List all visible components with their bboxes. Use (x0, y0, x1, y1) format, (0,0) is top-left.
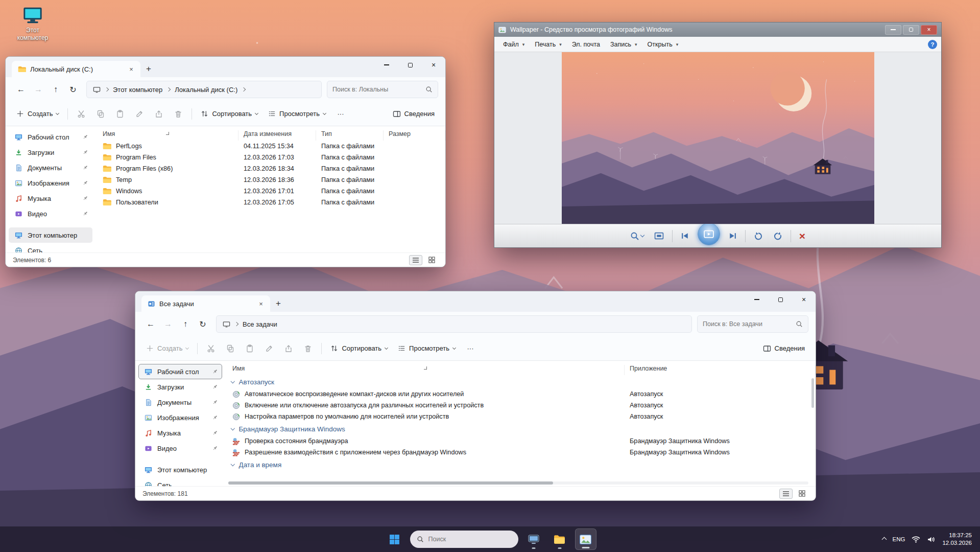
taskbar-app-computer[interactable] (523, 528, 544, 550)
network-icon[interactable] (912, 536, 920, 543)
copy-button[interactable] (221, 340, 240, 357)
sidebar-item-documents[interactable]: Документы (9, 160, 92, 175)
details-pane-button[interactable]: Сведения (388, 105, 439, 123)
paste-button[interactable] (111, 105, 129, 123)
task-row[interactable]: Автоматическое воспроизведение компакт-д… (227, 388, 816, 400)
sidebar-item-music[interactable]: Музыка (9, 191, 92, 206)
breadcrumb-this-pc[interactable]: Этот компьютер (113, 86, 162, 94)
sort-button[interactable]: Сортировать (326, 340, 392, 357)
next-button[interactable] (726, 228, 739, 244)
file-row[interactable]: Пользователи 12.03.2026 17:05 Папка с фа… (98, 197, 445, 208)
view-button[interactable]: Просмотреть (264, 105, 330, 123)
delete-button[interactable] (299, 340, 317, 357)
maximize-button[interactable] (769, 291, 792, 308)
volume-icon[interactable] (927, 536, 936, 543)
column-header-app[interactable]: Приложение (625, 365, 816, 375)
tray-language[interactable]: ENG (893, 536, 905, 542)
delete-button[interactable]: × (797, 228, 807, 244)
desktop-icon-this-pc[interactable]: Этот компьютер (11, 6, 54, 42)
refresh-button[interactable]: ↻ (65, 81, 81, 98)
close-button[interactable]: × (921, 25, 937, 35)
back-button[interactable]: ← (142, 316, 159, 332)
new-tab-button[interactable]: + (140, 61, 157, 77)
breadcrumb-local-disk[interactable]: Локальный диск (C:) (175, 86, 237, 94)
photo-viewer-title-bar[interactable]: Wallpaper - Средство просмотра фотографи… (494, 22, 941, 37)
forward-button[interactable]: → (30, 81, 46, 98)
refresh-button[interactable]: ↻ (195, 316, 211, 332)
taskbar-search[interactable] (410, 531, 518, 548)
minimize-button[interactable] (375, 57, 398, 73)
sidebar-item-this-pc[interactable]: Этот компьютер (9, 227, 92, 243)
taskbar-app-explorer[interactable] (549, 528, 570, 550)
thumbnail-view-button[interactable] (795, 489, 808, 499)
task-row[interactable]: Проверка состояния брандмауэра Брандмауэ… (227, 435, 816, 447)
sidebar-item-documents[interactable]: Документы (138, 395, 222, 410)
sidebar-item-pictures[interactable]: Изображения (9, 175, 92, 191)
up-button[interactable]: ↑ (47, 81, 64, 98)
minimize-button[interactable] (745, 291, 769, 308)
start-button[interactable] (384, 528, 405, 550)
cut-button[interactable] (72, 105, 90, 123)
search-box[interactable] (327, 81, 438, 98)
tab-local-disk-c[interactable]: Локальный диск (C:) × (12, 61, 140, 77)
tab-close-icon[interactable]: × (126, 64, 136, 74)
taskbar-app-photo-viewer[interactable] (575, 528, 596, 550)
sidebar-item-desktop[interactable]: Рабочий стол (138, 364, 222, 379)
slideshow-play-button[interactable] (698, 223, 720, 245)
sidebar-item-videos[interactable]: Видео (138, 441, 222, 456)
search-box[interactable] (697, 315, 808, 333)
close-button[interactable]: × (422, 57, 445, 73)
sidebar-item-downloads[interactable]: Загрузки (9, 145, 92, 160)
sidebar-item-downloads[interactable]: Загрузки (138, 379, 222, 395)
tab-close-icon[interactable]: × (256, 298, 266, 309)
tray-clock[interactable]: 18:37:25 12.03.2026 (942, 532, 972, 547)
file-row[interactable]: Program Files (x86) 12.03.2026 18:34 Пап… (98, 163, 445, 174)
horizontal-scrollbar[interactable] (228, 481, 808, 485)
menu-file[interactable]: Файл▾ (498, 38, 529, 51)
details-view-button[interactable] (409, 255, 422, 265)
more-button[interactable]: ··· (461, 340, 480, 357)
sidebar-item-network[interactable]: Сеть (9, 243, 92, 252)
details-pane-button[interactable]: Сведения (758, 340, 809, 357)
column-header-size[interactable]: Размер (384, 130, 445, 141)
share-button[interactable] (150, 105, 168, 123)
group-header-firewall[interactable]: Брандмауэр Защитника Windows (227, 422, 816, 435)
menu-open[interactable]: Открыть▾ (643, 38, 683, 51)
file-row[interactable]: Program Files 12.03.2026 17:03 Папка с ф… (98, 152, 445, 163)
tab-all-tasks[interactable]: Все задачи × (141, 295, 270, 312)
breadcrumb-chevron-icon[interactable] (166, 87, 171, 91)
sort-button[interactable]: Сортировать (196, 105, 262, 123)
paste-button[interactable] (241, 340, 259, 357)
maximize-button[interactable] (398, 57, 422, 73)
menu-burn[interactable]: Запись▾ (606, 38, 642, 51)
group-header-autoplay[interactable]: Автозапуск (227, 375, 816, 388)
share-button[interactable] (279, 340, 298, 357)
rotate-counterclockwise-button[interactable] (752, 228, 765, 244)
address-bar[interactable]: Все задачи (216, 315, 692, 333)
cut-button[interactable] (202, 340, 220, 357)
search-input[interactable] (703, 320, 792, 328)
tray-expand-chevron-icon[interactable] (881, 537, 887, 542)
copy-button[interactable] (91, 105, 110, 123)
zoom-button[interactable] (628, 228, 646, 244)
back-button[interactable]: ← (13, 81, 29, 98)
breadcrumb-chevron-icon[interactable] (242, 87, 246, 91)
search-input[interactable] (332, 86, 421, 93)
file-row[interactable]: PerfLogs 04.11.2025 15:34 Папка с файлам… (98, 141, 445, 152)
minimize-button[interactable] (885, 25, 901, 35)
details-view-button[interactable] (779, 489, 793, 499)
taskbar-search-input[interactable] (428, 536, 512, 543)
delete-button[interactable] (169, 105, 187, 123)
rotate-clockwise-button[interactable] (771, 228, 784, 244)
maximize-button[interactable] (903, 25, 919, 35)
create-button[interactable]: Создать (12, 105, 63, 123)
column-header-date[interactable]: Дата изменения (238, 130, 316, 141)
vertical-scrollbar[interactable] (811, 378, 814, 408)
column-header-name[interactable]: Имя (227, 365, 625, 375)
breadcrumb-all-tasks[interactable]: Все задачи (243, 320, 277, 328)
column-header-name[interactable]: Имя (98, 130, 238, 141)
menu-print[interactable]: Печать▾ (530, 38, 566, 51)
group-header-date-time[interactable]: Дата и время (227, 458, 816, 471)
task-row[interactable]: Настройка параметров по умолчанию для но… (227, 411, 816, 422)
close-button[interactable]: × (792, 291, 816, 308)
